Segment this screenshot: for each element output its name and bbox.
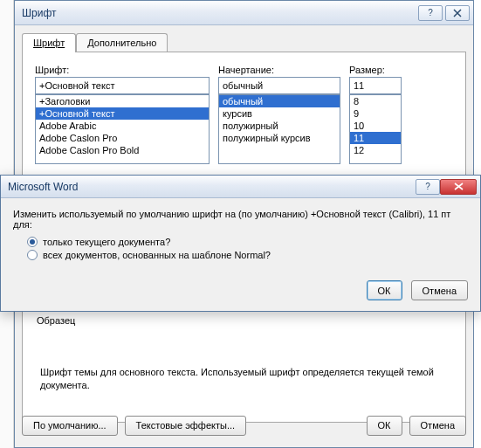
close-icon: [453, 9, 462, 17]
confirm-ok-button[interactable]: ОК: [367, 280, 402, 300]
font-option[interactable]: Adobe Arabic: [36, 120, 209, 132]
confirm-titlebar: Microsoft Word ?: [1, 176, 480, 198]
size-option[interactable]: 10: [350, 120, 401, 132]
size-label: Размер:: [349, 65, 402, 75]
font-label: Шрифт:: [35, 65, 210, 75]
size-option[interactable]: 11: [350, 132, 401, 144]
style-option[interactable]: полужирный: [219, 120, 340, 132]
confirm-title: Microsoft Word: [8, 181, 413, 193]
radio-icon: [27, 250, 38, 260]
confirm-buttons: ОК Отмена: [1, 272, 480, 311]
confirm-close-button[interactable]: [440, 179, 477, 195]
size-option[interactable]: 9: [350, 107, 401, 120]
tab-advanced[interactable]: Дополнительно: [76, 33, 168, 52]
tabstrip: Шрифт Дополнительно: [15, 25, 473, 52]
tab-font[interactable]: Шрифт: [22, 33, 76, 52]
style-option[interactable]: обычный: [219, 95, 340, 107]
font-ok-button[interactable]: ОК: [367, 416, 402, 436]
style-label: Начертание:: [218, 65, 340, 75]
text-effects-button[interactable]: Текстовые эффекты...: [125, 416, 247, 436]
font-input[interactable]: [35, 77, 210, 94]
confirm-dialog: Microsoft Word ? Изменить используемый п…: [0, 175, 481, 312]
style-option[interactable]: курсив: [219, 107, 340, 120]
size-option[interactable]: 12: [350, 144, 401, 156]
font-option[interactable]: +Основной текст: [36, 107, 209, 120]
size-listbox[interactable]: 8 9 10 11 12: [349, 94, 402, 164]
font-option[interactable]: Adobe Caslon Pro Bold: [36, 144, 209, 156]
preview-label: Образец: [37, 315, 453, 326]
confirm-cancel-button[interactable]: Отмена: [411, 280, 468, 300]
font-cancel-button[interactable]: Отмена: [409, 416, 466, 436]
confirm-help-button[interactable]: ?: [416, 179, 440, 195]
font-dialog-buttons: По умолчанию... Текстовые эффекты... ОК …: [22, 410, 466, 440]
font-dialog-titlebar: Шрифт ?: [15, 1, 473, 25]
font-listbox[interactable]: +Заголовки +Основной текст Adobe Arabic …: [35, 94, 210, 164]
style-input[interactable]: [218, 77, 340, 94]
radio-all-docs[interactable]: всех документов, основанных на шаблоне N…: [27, 250, 468, 260]
preview-hint: Шрифт темы для основного текста. Использ…: [40, 366, 448, 393]
help-button[interactable]: ?: [418, 5, 443, 21]
style-listbox[interactable]: обычный курсив полужирный полужирный кур…: [218, 94, 340, 164]
radio-label: только текущего документа?: [43, 237, 170, 247]
style-option[interactable]: полужирный курсив: [219, 132, 340, 144]
set-default-button[interactable]: По умолчанию...: [22, 416, 118, 436]
font-option[interactable]: +Заголовки: [36, 95, 209, 107]
radio-label: всех документов, основанных на шаблоне N…: [43, 250, 271, 260]
font-option[interactable]: Adobe Caslon Pro: [36, 132, 209, 144]
font-dialog-title: Шрифт: [22, 7, 416, 19]
close-icon: [454, 183, 464, 190]
confirm-text: Изменить используемый по умолчанию шрифт…: [13, 209, 468, 230]
radio-icon: [27, 237, 38, 247]
confirm-body: Изменить используемый по умолчанию шрифт…: [1, 198, 480, 272]
radio-current-doc[interactable]: только текущего документа?: [27, 237, 468, 247]
size-input[interactable]: [349, 77, 402, 94]
size-option[interactable]: 8: [350, 95, 401, 107]
close-button[interactable]: [445, 5, 470, 21]
